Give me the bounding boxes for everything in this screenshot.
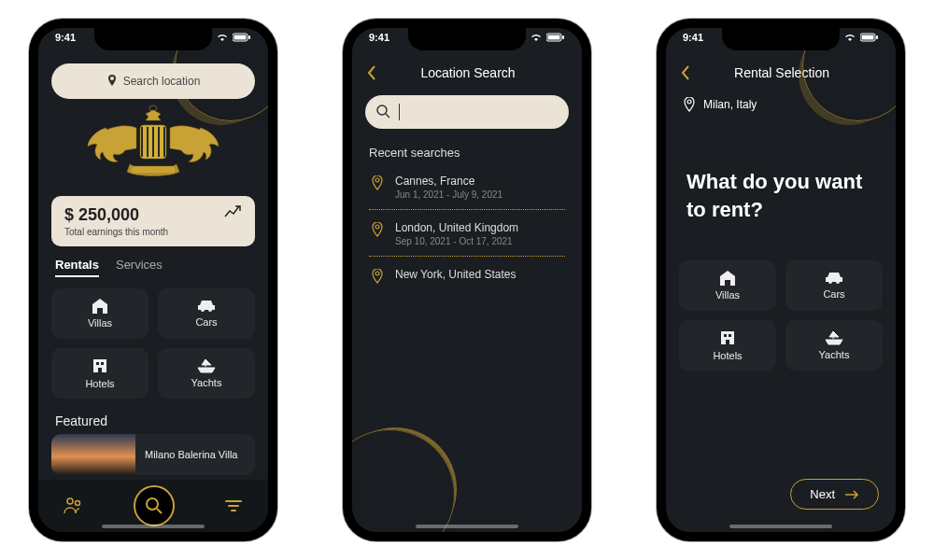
- decorative-swirl: [352, 429, 455, 532]
- featured-item-title: Milano Balerina Villa: [135, 449, 237, 460]
- featured-item[interactable]: Milano Balerina Villa: [51, 434, 255, 475]
- home-indicator: [416, 525, 518, 528]
- tab-services[interactable]: Services: [116, 258, 163, 277]
- search-icon: [145, 497, 163, 515]
- search-placeholder: Search location: [123, 75, 201, 88]
- category-label: Villas: [88, 317, 112, 329]
- pin-icon: [369, 175, 386, 191]
- recent-dates: Sep 10, 2021 - Oct 17, 2021: [395, 236, 518, 246]
- recent-place: London, United Kingdom: [395, 221, 518, 234]
- phone-rental-selection: 9:41 Rental Selection Milan, Italy What …: [657, 19, 905, 541]
- device-notch: [94, 28, 212, 50]
- svg-rect-19: [876, 35, 878, 39]
- svg-rect-14: [548, 35, 560, 40]
- arrow-right-icon: [844, 490, 859, 499]
- category-cars[interactable]: Cars: [785, 260, 883, 311]
- battery-icon: [233, 33, 251, 42]
- phone-home: 9:41 Search location: [29, 19, 277, 541]
- category-label: Cars: [195, 316, 217, 328]
- search-location-button[interactable]: Search location: [51, 63, 255, 99]
- svg-point-11: [75, 501, 79, 506]
- svg-rect-8: [101, 362, 104, 365]
- yacht-icon: [196, 358, 217, 373]
- category-villas[interactable]: Villas: [51, 288, 149, 339]
- wifi-icon: [530, 33, 543, 42]
- next-button[interactable]: Next: [790, 479, 879, 510]
- home-indicator: [729, 525, 832, 528]
- villa-icon: [91, 299, 109, 314]
- category-label: Hotels: [713, 350, 742, 361]
- battery-icon: [860, 33, 879, 42]
- category-yachts[interactable]: Yachts: [785, 320, 883, 371]
- svg-rect-2: [248, 35, 250, 39]
- phone-location-search: 9:41 Location Search Recent searches Can…: [343, 19, 591, 541]
- category-hotels[interactable]: Hotels: [51, 348, 149, 399]
- next-label: Next: [810, 487, 835, 501]
- yacht-icon: [824, 330, 844, 345]
- car-icon: [196, 300, 217, 313]
- category-label: Cars: [823, 288, 844, 300]
- recent-search-item[interactable]: New York, United States: [369, 262, 565, 294]
- recent-search-item[interactable]: London, United Kingdom Sep 10, 2021 - Oc…: [369, 216, 565, 257]
- earnings-subtitle: Total earnings this month: [64, 227, 168, 237]
- trend-up-icon: [223, 205, 242, 218]
- recent-dates: Jun 1, 2021 - July 9, 2021: [395, 189, 502, 200]
- tab-rentals[interactable]: Rentals: [55, 258, 99, 277]
- back-icon[interactable]: [367, 65, 376, 80]
- category-label: Villas: [715, 289, 740, 301]
- category-tabs: Rentals Services: [38, 246, 268, 283]
- category-grid: Villas Cars Hotels Yachts: [666, 223, 896, 371]
- page-title: Location Search: [386, 65, 567, 80]
- category-yachts[interactable]: Yachts: [158, 348, 255, 399]
- wifi-icon: [843, 33, 856, 42]
- prompt-heading: What do you want to rent?: [666, 112, 896, 223]
- home-screen: Search location $ 250,000 Total ear: [38, 28, 268, 532]
- recent-place: Cannes, France: [395, 175, 502, 188]
- hotel-icon: [719, 329, 736, 346]
- location-search-screen: Location Search Recent searches Cannes, …: [352, 28, 582, 532]
- recent-search-item[interactable]: Cannes, France Jun 1, 2021 - July 9, 202…: [369, 169, 565, 210]
- car-icon: [824, 272, 844, 285]
- screen-header: Location Search: [352, 65, 582, 80]
- svg-rect-18: [862, 35, 874, 40]
- pin-icon: [369, 221, 386, 238]
- recent-searches-heading: Recent searches: [352, 129, 582, 169]
- pin-icon: [683, 97, 696, 112]
- svg-point-12: [147, 498, 158, 510]
- wifi-icon: [216, 33, 229, 42]
- recent-place: New York, United States: [395, 268, 516, 281]
- category-cars[interactable]: Cars: [158, 288, 255, 339]
- earnings-card[interactable]: $ 250,000 Total earnings this month: [51, 196, 255, 246]
- pin-icon: [369, 268, 386, 285]
- svg-rect-9: [98, 368, 102, 372]
- nav-search-button[interactable]: [134, 485, 175, 526]
- device-notch: [408, 28, 526, 50]
- category-grid: Villas Cars Hotels Yachts: [38, 283, 268, 404]
- rental-selection-screen: Rental Selection Milan, Italy What do yo…: [666, 28, 896, 532]
- search-input[interactable]: [365, 95, 569, 129]
- featured-thumbnail: [51, 434, 135, 475]
- hotel-icon: [92, 357, 108, 374]
- search-icon: [376, 105, 391, 119]
- svg-point-16: [377, 105, 387, 115]
- status-time: 9:41: [683, 32, 703, 43]
- svg-rect-22: [729, 334, 731, 337]
- svg-rect-1: [234, 35, 247, 40]
- svg-rect-7: [96, 362, 99, 365]
- category-villas[interactable]: Villas: [679, 260, 776, 311]
- svg-rect-15: [562, 35, 564, 39]
- villa-icon: [718, 271, 737, 286]
- filter-icon[interactable]: [224, 498, 243, 513]
- category-label: Yachts: [819, 349, 850, 360]
- battery-icon: [546, 33, 565, 42]
- people-icon[interactable]: [64, 497, 84, 515]
- brand-crest-logo: [78, 105, 228, 189]
- pin-icon: [106, 75, 118, 88]
- text-cursor: [399, 104, 400, 120]
- home-indicator: [102, 525, 205, 528]
- device-notch: [722, 28, 840, 50]
- category-label: Yachts: [191, 377, 222, 388]
- category-hotels[interactable]: Hotels: [679, 320, 776, 371]
- back-icon[interactable]: [681, 65, 690, 80]
- featured-heading: Featured: [38, 404, 268, 434]
